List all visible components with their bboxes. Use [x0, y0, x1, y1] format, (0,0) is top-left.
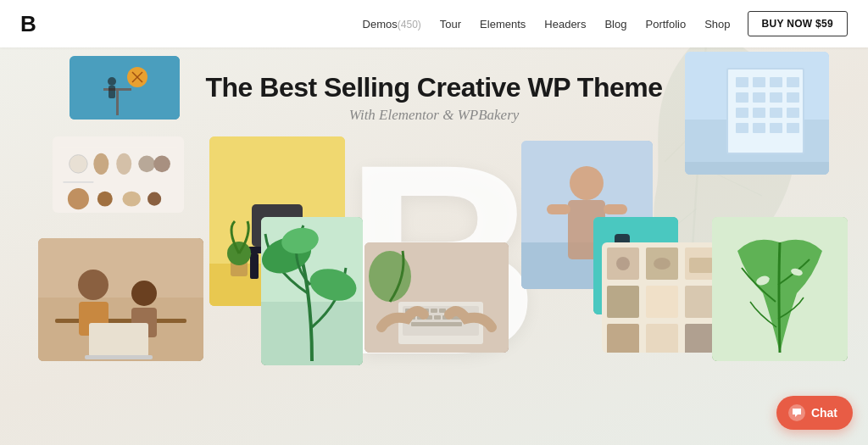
- svg-point-69: [570, 166, 604, 200]
- svg-rect-71: [547, 204, 570, 214]
- svg-rect-96: [753, 77, 765, 87]
- image-card-basketball: [70, 56, 180, 120]
- nav-item-portfolio[interactable]: Portfolio: [645, 18, 686, 31]
- svg-rect-111: [685, 162, 829, 175]
- svg-point-89: [654, 258, 670, 270]
- svg-rect-99: [736, 92, 748, 103]
- nav-item-headers[interactable]: Headers: [544, 18, 586, 31]
- svg-rect-31: [89, 323, 148, 357]
- leaf-right-image: [712, 217, 848, 361]
- svg-point-23: [147, 192, 161, 206]
- svg-rect-110: [787, 123, 799, 133]
- image-card-hands: [364, 242, 509, 353]
- svg-rect-97: [770, 77, 782, 87]
- hero-heading: The Best Selling Creative WP Theme: [205, 71, 662, 103]
- svg-rect-10: [103, 88, 131, 91]
- svg-rect-109: [770, 123, 782, 133]
- nav-item-elements[interactable]: Elements: [480, 18, 526, 31]
- svg-point-27: [78, 270, 108, 300]
- image-card-plant: [261, 217, 363, 365]
- svg-point-15: [93, 153, 108, 175]
- svg-rect-32: [85, 355, 153, 359]
- image-card-building: [685, 52, 829, 175]
- basketball-image: [70, 56, 180, 120]
- svg-rect-9: [116, 90, 119, 115]
- svg-point-18: [153, 156, 170, 173]
- header: B Demos(450) Tour Elements Headers Blog …: [0, 0, 868, 47]
- plant-image: [261, 217, 363, 365]
- nav-item-demos[interactable]: Demos(450): [363, 18, 421, 31]
- hero-subheading: With Elementor & WPBakery: [205, 107, 662, 124]
- svg-point-20: [68, 188, 89, 209]
- svg-rect-108: [753, 123, 765, 133]
- svg-rect-98: [787, 77, 799, 87]
- svg-rect-56: [431, 309, 437, 313]
- building-image: [685, 52, 829, 175]
- svg-rect-19: [63, 181, 93, 183]
- svg-rect-104: [753, 108, 765, 118]
- svg-point-50: [369, 251, 411, 302]
- image-card-collage: [602, 242, 716, 353]
- svg-point-29: [131, 281, 157, 306]
- svg-rect-90: [689, 258, 713, 273]
- svg-point-21: [97, 192, 113, 207]
- svg-rect-83: [646, 286, 678, 318]
- svg-point-11: [108, 77, 116, 86]
- logo: B: [20, 11, 36, 37]
- svg-point-88: [616, 257, 630, 270]
- svg-rect-63: [434, 315, 441, 320]
- svg-rect-85: [607, 324, 639, 353]
- svg-rect-86: [646, 324, 678, 353]
- image-card-pottery: [53, 136, 184, 213]
- image-card-workers: [38, 238, 203, 361]
- svg-rect-102: [787, 92, 799, 103]
- workers-image: [38, 238, 203, 361]
- chat-button[interactable]: Chat: [776, 396, 853, 430]
- svg-rect-95: [736, 77, 748, 87]
- nav-item-shop[interactable]: Shop: [704, 18, 730, 31]
- hands-image: [364, 242, 509, 353]
- svg-rect-72: [604, 204, 627, 214]
- collage-image: [604, 245, 716, 353]
- svg-rect-66: [411, 322, 462, 326]
- svg-rect-100: [753, 92, 765, 103]
- chat-label: Chat: [811, 406, 837, 420]
- svg-rect-37: [250, 253, 259, 279]
- svg-point-17: [138, 156, 155, 173]
- image-card-leaf-right: [712, 217, 848, 361]
- svg-point-16: [116, 153, 131, 175]
- svg-rect-82: [607, 286, 639, 318]
- svg-rect-101: [770, 92, 782, 103]
- pottery-image: [59, 143, 177, 213]
- hero-title-block: The Best Selling Creative WP Theme With …: [205, 71, 662, 124]
- hero-section: The Best Selling Creative WP Theme With …: [0, 47, 868, 445]
- svg-point-22: [122, 192, 141, 207]
- svg-rect-103: [736, 108, 748, 118]
- nav: Demos(450) Tour Elements Headers Blog Po…: [363, 18, 731, 31]
- svg-rect-26: [55, 319, 186, 323]
- nav-item-tour[interactable]: Tour: [440, 18, 461, 31]
- svg-point-14: [70, 155, 88, 174]
- svg-rect-105: [770, 108, 782, 118]
- svg-rect-5: [70, 56, 180, 120]
- svg-rect-106: [787, 108, 799, 118]
- svg-rect-12: [108, 86, 115, 98]
- svg-rect-107: [736, 123, 748, 133]
- chat-icon: [788, 404, 805, 421]
- buy-button[interactable]: BUY NOW $59: [748, 11, 848, 36]
- nav-item-blog[interactable]: Blog: [604, 18, 626, 31]
